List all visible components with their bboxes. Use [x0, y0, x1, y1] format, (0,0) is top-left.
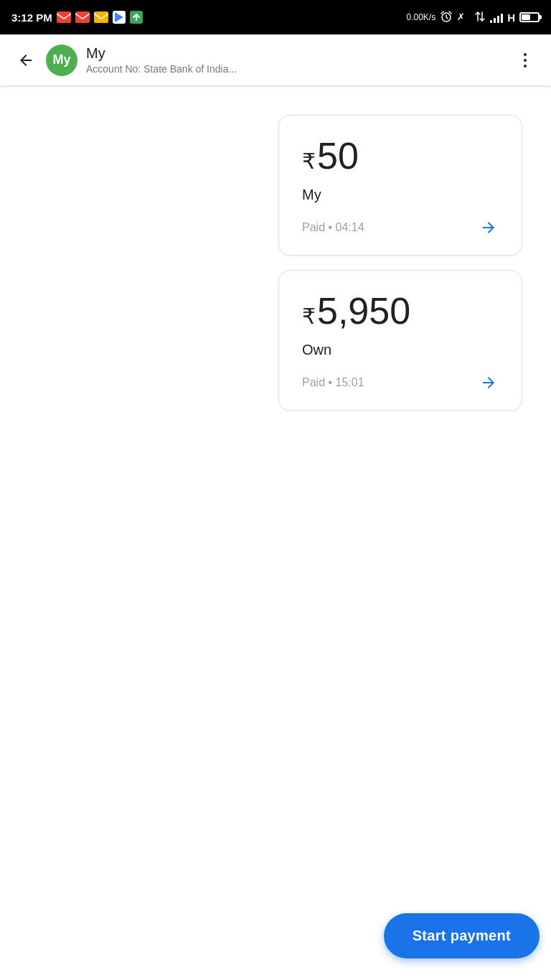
- gmail-icon-2: [75, 11, 90, 23]
- network-type: H: [507, 11, 515, 24]
- amount-value-2: 5,950: [317, 291, 410, 332]
- gmail-icon-1: [57, 11, 71, 23]
- network-speed: 0.00K/s: [406, 12, 435, 22]
- amount-value-1: 50: [317, 136, 359, 177]
- status-bar: 3:12 PM: [0, 0, 551, 34]
- more-options-button[interactable]: [511, 46, 540, 75]
- rupee-symbol-2: ₹: [302, 304, 316, 328]
- transaction-status-1: Paid • 04:14: [302, 221, 364, 234]
- transaction-card-2[interactable]: ₹ 5,950 Own Paid • 15:01: [278, 270, 522, 411]
- svg-text:✗: ✗: [457, 11, 465, 22]
- data-transfer-icon: [474, 11, 486, 24]
- contact-avatar: My: [46, 45, 77, 76]
- google-play-icon: [113, 11, 126, 24]
- main-content: ₹ 50 My Paid • 04:14 ₹ 5,950 Own Paid • …: [0, 86, 551, 497]
- account-subtitle: Account No: State Bank of India...: [86, 63, 511, 75]
- transaction-amount-1: ₹ 50: [302, 136, 499, 177]
- status-bar-left: 3:12 PM: [11, 11, 143, 24]
- transaction-arrow-2[interactable]: [479, 373, 499, 393]
- transaction-card-1[interactable]: ₹ 50 My Paid • 04:14: [278, 115, 522, 256]
- signal-bars-icon: [490, 11, 503, 23]
- svg-rect-0: [57, 11, 71, 23]
- transaction-footer-1: Paid • 04:14: [302, 218, 499, 238]
- svg-rect-1: [75, 11, 90, 23]
- app-bar: My My Account No: State Bank of India...: [0, 34, 551, 86]
- transaction-arrow-1[interactable]: [479, 218, 499, 238]
- transaction-name-2: Own: [302, 342, 499, 358]
- battery-icon: [519, 12, 540, 22]
- alarm-icon: [440, 10, 453, 25]
- green-up-icon: [130, 11, 143, 24]
- three-dots-icon: [524, 53, 527, 67]
- transaction-amount-2: ₹ 5,950: [302, 291, 499, 332]
- app-bar-info: My Account No: State Bank of India...: [86, 45, 511, 75]
- transaction-status-2: Paid • 15:01: [302, 376, 364, 389]
- back-button[interactable]: [11, 46, 40, 75]
- svg-rect-2: [94, 11, 108, 23]
- rupee-symbol-1: ₹: [302, 149, 316, 173]
- status-bar-right: 0.00K/s ✗: [406, 10, 540, 25]
- transaction-footer-2: Paid • 15:01: [302, 373, 499, 393]
- start-payment-button[interactable]: Start payment: [384, 913, 540, 958]
- contact-name: My: [86, 45, 511, 62]
- envelope-icon: [94, 11, 108, 23]
- status-time: 3:12 PM: [11, 11, 52, 24]
- transaction-name-1: My: [302, 187, 499, 203]
- sim-icon: ✗: [457, 11, 470, 24]
